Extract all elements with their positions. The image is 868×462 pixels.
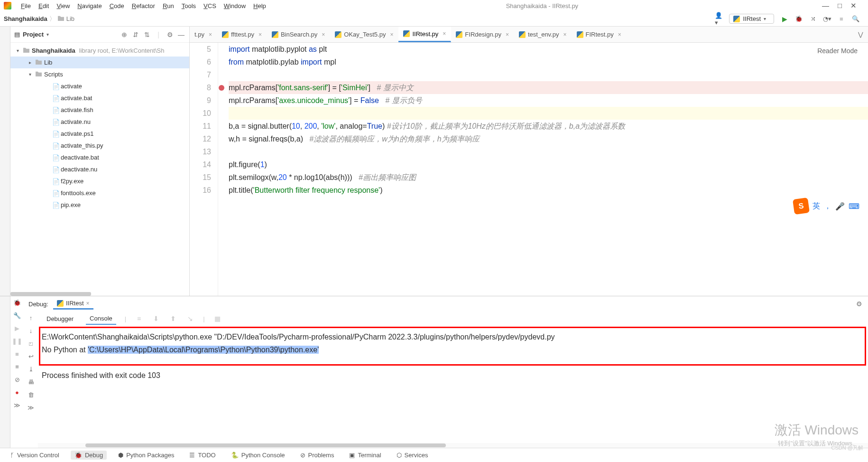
menu-help[interactable]: Help bbox=[249, 1, 270, 10]
expand-all-icon[interactable]: ⇵ bbox=[131, 30, 140, 39]
pin-icon[interactable]: ≫ bbox=[14, 402, 20, 409]
scroll-end-icon[interactable]: ⤓ bbox=[28, 366, 34, 373]
stop-icon[interactable]: ■ bbox=[15, 350, 19, 358]
clear-icon[interactable]: 🗑 bbox=[28, 391, 34, 398]
close-icon[interactable]: ✕ bbox=[850, 1, 857, 10]
breakpoint-gutter[interactable] bbox=[218, 43, 225, 296]
profile-icon[interactable]: ◔▾ bbox=[823, 15, 831, 23]
chevron-down-icon[interactable]: ▾ bbox=[14, 48, 21, 53]
tree-file[interactable]: 📄activate bbox=[10, 80, 189, 92]
editor-tab[interactable]: OKay_Test5.py× bbox=[330, 27, 398, 42]
minimize-icon[interactable]: — bbox=[822, 1, 829, 10]
more-icon[interactable]: ≫ bbox=[28, 404, 34, 411]
search-icon[interactable]: 🔍 bbox=[852, 15, 859, 23]
tree-file[interactable]: 📄activate.ps1 bbox=[10, 128, 189, 140]
editor-tab[interactable]: FIRtest.py× bbox=[572, 27, 627, 42]
ime-punct[interactable]: ， bbox=[824, 201, 831, 211]
horizontal-scrollbar[interactable] bbox=[10, 292, 91, 296]
mic-icon[interactable]: 🎤 bbox=[835, 202, 845, 211]
tree-root[interactable]: ▾ Shanghaikaida library root, E:\WorkCon… bbox=[10, 45, 189, 57]
menu-run[interactable]: Run bbox=[159, 1, 178, 10]
editor-tab[interactable]: ffttest.py× bbox=[217, 27, 267, 42]
user-icon[interactable]: 👤▾ bbox=[715, 15, 722, 23]
close-icon[interactable]: × bbox=[209, 31, 212, 38]
resume-icon[interactable]: ▶ bbox=[15, 325, 19, 332]
chevron-right-icon[interactable]: ▸ bbox=[27, 60, 33, 65]
run-config-selector[interactable]: IIRtest bbox=[729, 14, 774, 24]
tabs-overflow-icon[interactable]: ⋁ bbox=[853, 31, 868, 38]
menu-view[interactable]: View bbox=[53, 1, 74, 10]
editor-tab[interactable]: BinSearch.py× bbox=[267, 27, 330, 42]
debug-icon[interactable]: 🐞 bbox=[795, 15, 803, 23]
up-stack-icon[interactable]: ↑ bbox=[29, 314, 33, 321]
coverage-icon[interactable]: ⤭ bbox=[809, 15, 817, 23]
close-icon[interactable]: × bbox=[259, 31, 262, 38]
rerun-icon[interactable]: 🐞 bbox=[13, 299, 21, 306]
close-icon[interactable]: × bbox=[86, 300, 90, 307]
menu-window[interactable]: Window bbox=[220, 1, 249, 10]
python-packages-tab[interactable]: ⬢Python Packages bbox=[114, 451, 178, 460]
tree-item-lib[interactable]: ▸ Lib bbox=[10, 57, 189, 68]
down-stack-icon[interactable]: ↓ bbox=[29, 327, 33, 334]
horizontal-scrollbar[interactable] bbox=[38, 443, 868, 448]
maximize-icon[interactable]: □ bbox=[838, 1, 842, 10]
keyboard-icon[interactable]: ⌨ bbox=[849, 202, 859, 211]
print-icon[interactable]: 🖶 bbox=[28, 378, 34, 386]
editor-tab[interactable]: test_env.py× bbox=[514, 27, 572, 42]
menu-file[interactable]: File bbox=[17, 1, 35, 10]
modify-run-icon[interactable]: 🔧 bbox=[13, 312, 21, 319]
pause-icon[interactable]: ❚❚ bbox=[12, 338, 22, 345]
tree-file[interactable]: 📄activate.bat bbox=[10, 92, 189, 104]
locate-icon[interactable]: ⊕ bbox=[120, 30, 129, 39]
close-icon[interactable]: × bbox=[443, 30, 446, 37]
breadcrumb-root[interactable]: Shanghaikaida bbox=[4, 15, 47, 22]
ime-lang[interactable]: 英 bbox=[813, 201, 820, 211]
menu-code[interactable]: Code bbox=[106, 1, 128, 10]
step-out-icon[interactable]: ⬆ bbox=[169, 314, 177, 323]
collapse-all-icon[interactable]: ⇅ bbox=[143, 30, 151, 39]
tree-file[interactable]: 📄deactivate.bat bbox=[10, 151, 189, 163]
tree-file[interactable]: 📄activate.nu bbox=[10, 116, 189, 128]
settings-icon[interactable]: ⚙ bbox=[166, 30, 174, 39]
python-console-tab[interactable]: 🐍Python Console bbox=[227, 451, 289, 460]
editor-tab[interactable]: IIRtest.py× bbox=[398, 27, 451, 42]
close-icon[interactable]: × bbox=[390, 31, 393, 38]
menu-navigate[interactable]: Navigate bbox=[74, 1, 105, 10]
close-icon[interactable]: × bbox=[618, 31, 621, 38]
step-into-icon[interactable]: ⬇ bbox=[152, 314, 160, 323]
close-icon[interactable]: × bbox=[322, 31, 325, 38]
step-over-icon[interactable]: ≡ bbox=[135, 314, 143, 323]
hide-icon[interactable]: — bbox=[177, 30, 185, 39]
settings-icon[interactable]: ⚙ bbox=[855, 300, 863, 308]
soft-wrap-icon[interactable]: ↩ bbox=[28, 353, 34, 360]
layout-icon[interactable]: ● bbox=[15, 389, 19, 396]
console-tab[interactable]: Console bbox=[86, 313, 116, 325]
tree-item-scripts[interactable]: ▾ Scripts bbox=[10, 68, 189, 80]
evaluate-icon[interactable]: ▦ bbox=[213, 314, 222, 323]
version-control-tab[interactable]: ᚶVersion Control bbox=[7, 451, 63, 460]
breakpoint-icon[interactable] bbox=[219, 85, 224, 91]
project-tree[interactable]: ▾ Shanghaikaida library root, E:\WorkCon… bbox=[10, 43, 189, 291]
close-icon[interactable]: × bbox=[506, 31, 509, 38]
tree-file[interactable]: 📄fonttools.exe bbox=[10, 187, 189, 199]
tree-file[interactable]: 📄activate_this.py bbox=[10, 140, 189, 151]
terminal-tab[interactable]: ▣Terminal bbox=[345, 451, 385, 460]
sogou-icon[interactable]: S bbox=[793, 198, 810, 215]
breadcrumb-child[interactable]: Lib bbox=[57, 15, 74, 23]
chevron-down-icon[interactable]: ▾ bbox=[27, 72, 33, 77]
filter-icon[interactable]: ⏍ bbox=[29, 340, 33, 347]
code-editor[interactable]: import matplotlib.pyplot as pltfrom matp… bbox=[225, 43, 868, 296]
todo-tab[interactable]: ☰TODO bbox=[185, 451, 219, 460]
editor-tab[interactable]: t.py× bbox=[190, 27, 217, 42]
run-icon[interactable]: ▶ bbox=[781, 15, 788, 23]
debug-console-output[interactable]: E:\WorkContent\Shanghaikaida\Scripts\pyt… bbox=[38, 326, 868, 443]
debugger-tab[interactable]: Debugger bbox=[43, 313, 77, 324]
project-view-dropdown-icon[interactable]: ▾ bbox=[46, 32, 49, 37]
debug-session-tab[interactable]: IIRtest × bbox=[53, 298, 93, 310]
menu-vcs[interactable]: VCS bbox=[200, 1, 220, 10]
close-icon[interactable]: × bbox=[563, 31, 567, 38]
reader-mode-label[interactable]: Reader Mode bbox=[817, 45, 858, 57]
debug-tab[interactable]: 🐞Debug bbox=[71, 451, 107, 460]
menu-refactor[interactable]: Refactor bbox=[128, 1, 159, 10]
mute-breakpoints-icon[interactable]: ⊘ bbox=[15, 376, 20, 383]
